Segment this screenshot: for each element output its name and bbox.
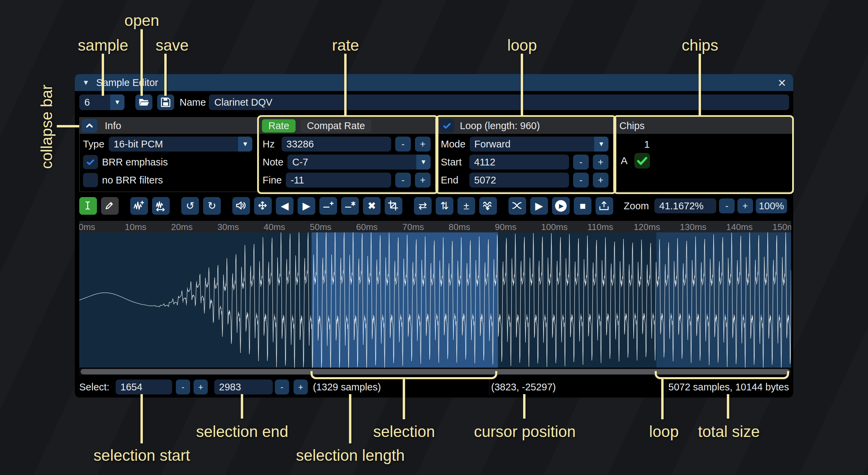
annotation-line bbox=[521, 54, 523, 115]
selection-end-input[interactable]: 2983 bbox=[214, 380, 273, 394]
signed-icon: ± bbox=[464, 201, 469, 211]
zoom-label: Zoom bbox=[624, 200, 649, 212]
annotation-selection-length: selection length bbox=[296, 446, 405, 464]
stop-preview-button[interactable]: ■ bbox=[574, 197, 591, 215]
open-button[interactable] bbox=[135, 94, 152, 110]
play-icon: ▶ bbox=[535, 201, 543, 211]
draw-mode-button[interactable] bbox=[101, 197, 119, 215]
check-icon bbox=[86, 157, 95, 167]
redo-icon: ↻ bbox=[207, 201, 216, 211]
type-select[interactable]: 16-bit PCM ▼ bbox=[109, 137, 252, 152]
ruler-tick: 40ms bbox=[264, 222, 285, 232]
apply-silence-button[interactable] bbox=[341, 197, 359, 215]
info-panel-header: Info bbox=[80, 118, 258, 134]
annotation-selection-start: selection start bbox=[94, 446, 190, 464]
annotation-line bbox=[241, 394, 243, 419]
reverse-icon: ⇄ bbox=[418, 201, 427, 211]
normalize-icon bbox=[257, 200, 269, 212]
zoom-out-button[interactable]: - bbox=[719, 198, 735, 213]
trim-icon bbox=[388, 200, 399, 212]
zoom-reset-button[interactable]: 100% bbox=[756, 198, 787, 213]
amplify-button[interactable] bbox=[232, 197, 250, 215]
type-select-value: 16-bit PCM bbox=[109, 137, 238, 152]
name-label: Name bbox=[180, 94, 206, 110]
no-brr-filters-checkbox[interactable] bbox=[83, 173, 98, 187]
invert-icon: ⇅ bbox=[440, 201, 449, 211]
filter-icon bbox=[482, 200, 494, 212]
ruler-tick: 150ms bbox=[772, 222, 791, 232]
ibeam-icon bbox=[82, 200, 94, 212]
save-icon bbox=[160, 97, 171, 108]
rate-panel-outline bbox=[257, 115, 438, 194]
window-title: Sample Editor bbox=[96, 77, 158, 88]
preview-button[interactable]: ▶ bbox=[530, 197, 548, 215]
annotation-sample: sample bbox=[78, 36, 128, 54]
annotation-chips: chips bbox=[682, 36, 718, 54]
crossfade-button[interactable] bbox=[508, 197, 526, 215]
preview-loop-button[interactable]: ▶ bbox=[552, 197, 570, 215]
signed-unsigned-button[interactable]: ± bbox=[457, 197, 475, 215]
selection-region bbox=[312, 232, 498, 368]
zoom-in-button[interactable]: + bbox=[737, 198, 753, 213]
chips-panel-outline bbox=[613, 115, 794, 194]
invert-button[interactable]: ⇅ bbox=[436, 197, 453, 215]
zoom-input[interactable]: 41.1672% bbox=[654, 198, 716, 213]
annotation-line bbox=[699, 54, 701, 115]
window-collapse-icon[interactable]: ▼ bbox=[82, 78, 89, 87]
ruler-tick: 30ms bbox=[217, 222, 239, 232]
ruler-tick: 100ms bbox=[541, 222, 568, 232]
ruler-tick: 0ms bbox=[79, 222, 95, 232]
import-button[interactable] bbox=[596, 197, 613, 215]
ruler-tick: 80ms bbox=[449, 222, 470, 232]
ruler-tick: 10ms bbox=[125, 222, 147, 232]
annotation-line bbox=[140, 29, 143, 96]
annotation-line bbox=[727, 394, 729, 419]
delete-button[interactable]: ✖ bbox=[363, 197, 381, 215]
annotation-line bbox=[164, 54, 167, 96]
undo-icon: ↺ bbox=[186, 201, 194, 211]
name-input[interactable]: Clarinet DQV bbox=[209, 94, 789, 110]
annotation-rate: rate bbox=[332, 36, 359, 54]
apply-filter-button[interactable] bbox=[479, 197, 497, 215]
pencil-icon bbox=[104, 200, 116, 212]
undo-button[interactable]: ↺ bbox=[181, 197, 199, 215]
window-titlebar: ▼ Sample Editor ✕ bbox=[75, 74, 793, 91]
redo-button[interactable]: ↻ bbox=[203, 197, 221, 215]
line-star-icon bbox=[344, 200, 356, 212]
chevron-down-icon[interactable]: ▼ bbox=[238, 137, 252, 152]
select-mode-button[interactable] bbox=[79, 197, 97, 215]
close-button[interactable]: ✕ bbox=[775, 76, 788, 89]
ruler-tick: 50ms bbox=[310, 222, 332, 232]
selection-start-input[interactable]: 1654 bbox=[116, 380, 172, 394]
fade-in-button[interactable]: ◀ bbox=[276, 197, 294, 215]
status-divider bbox=[666, 379, 666, 395]
insert-silence-button[interactable] bbox=[319, 197, 337, 215]
annotation-line bbox=[403, 378, 405, 419]
normalize-button[interactable] bbox=[254, 197, 272, 215]
wave-plus-icon bbox=[133, 200, 145, 212]
play-circle-icon: ▶ bbox=[555, 200, 567, 212]
trim-button[interactable] bbox=[385, 197, 402, 215]
sample-select[interactable]: 6 ▼ bbox=[79, 94, 124, 110]
selection-start-increment-button[interactable]: + bbox=[194, 380, 208, 394]
annotation-loop: loop bbox=[507, 36, 537, 54]
fade-out-button[interactable]: ▶ bbox=[298, 197, 315, 215]
sample-select-value: 6 bbox=[79, 94, 110, 110]
selection-start-decrement-button[interactable]: - bbox=[176, 380, 190, 394]
resample-button[interactable] bbox=[152, 197, 170, 215]
reverse-button[interactable]: ⇄ bbox=[414, 197, 432, 215]
save-button[interactable] bbox=[157, 94, 174, 110]
selection-end-decrement-button[interactable]: - bbox=[275, 380, 289, 394]
waveform-view[interactable] bbox=[79, 232, 791, 368]
ruler-tick: 120ms bbox=[634, 222, 660, 232]
brr-emphasis-label: BRR emphasis bbox=[102, 157, 168, 168]
fade-in-icon: ◀ bbox=[281, 201, 288, 211]
ruler-tick: 140ms bbox=[726, 222, 753, 232]
status-divider bbox=[489, 379, 489, 395]
resize-button[interactable] bbox=[130, 197, 148, 215]
collapse-bar-button[interactable] bbox=[82, 119, 97, 133]
brr-emphasis-checkbox[interactable] bbox=[83, 155, 98, 169]
loop-panel-outline bbox=[435, 115, 616, 194]
chevron-down-icon[interactable]: ▼ bbox=[110, 94, 124, 110]
selection-end-increment-button[interactable]: + bbox=[294, 380, 308, 394]
